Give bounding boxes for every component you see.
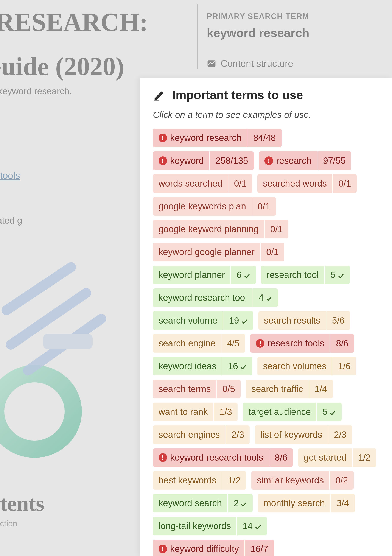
- check-icon: [338, 272, 344, 278]
- term-chip-count: 3/4: [331, 494, 354, 512]
- term-chip-count: 16/7: [245, 540, 274, 556]
- term-chip[interactable]: keyword google planner0/1: [153, 243, 284, 261]
- term-chip-label: keyword ideas: [153, 357, 222, 376]
- term-chip[interactable]: !keyword258/135: [153, 151, 254, 170]
- term-chip-label: want to rank: [153, 403, 214, 421]
- alert-icon: !: [159, 134, 167, 142]
- term-chip[interactable]: want to rank1/3: [153, 403, 238, 421]
- term-chip[interactable]: !keyword research84/48: [153, 129, 282, 147]
- term-chip-label: monthly search: [258, 494, 331, 512]
- important-terms-panel: Important terms to use Click on a term t…: [140, 77, 392, 556]
- term-chip-list: !keyword research84/48!keyword258/135!re…: [153, 129, 383, 556]
- term-chip[interactable]: searched words0/1: [257, 174, 357, 193]
- check-icon: [266, 294, 272, 301]
- term-chip[interactable]: research tool5: [261, 266, 350, 284]
- term-chip-label: keyword research tool: [153, 288, 253, 307]
- page-title-line2: e Guide (2020): [0, 52, 124, 81]
- term-chip[interactable]: target audience5: [243, 403, 342, 421]
- term-chip[interactable]: long-tail keywords14: [153, 517, 267, 535]
- term-chip-label: google keyword planning: [153, 220, 264, 239]
- term-chip-label: search traffic: [246, 380, 309, 398]
- term-chip-label: !research: [259, 151, 317, 170]
- alert-icon: !: [159, 453, 167, 462]
- term-chip-count: 8/6: [330, 334, 354, 353]
- term-chip-count: 258/135: [209, 151, 254, 170]
- term-chip-count: 6: [231, 266, 256, 284]
- magnifier-illustration: [0, 254, 144, 470]
- term-chip[interactable]: keyword research tool4: [153, 288, 278, 307]
- term-chip[interactable]: google keyword planning0/1: [153, 220, 288, 239]
- term-chip[interactable]: !keyword difficulty16/7: [153, 540, 274, 556]
- term-chip-count: 4: [253, 288, 278, 307]
- term-chip[interactable]: search results5/6: [258, 311, 350, 330]
- term-chip-count: 1/3: [214, 403, 238, 421]
- term-chip-count: 84/48: [247, 129, 281, 147]
- term-chip[interactable]: list of keywords2/3: [255, 425, 352, 444]
- svg-point-0: [0, 374, 73, 449]
- toc-muted: ction: [0, 519, 17, 528]
- term-chip-count: 0/1: [252, 197, 276, 216]
- term-chip-label: keyword google planner: [153, 243, 260, 261]
- term-chip-count: 1/2: [222, 471, 246, 490]
- term-chip[interactable]: search engine4/5: [153, 334, 245, 353]
- panel-title: Important terms to use: [172, 88, 303, 102]
- term-chip[interactable]: words searched0/1: [153, 174, 252, 193]
- content-structure-label: Content structure: [221, 58, 293, 69]
- check-icon: [240, 363, 247, 370]
- term-chip-label: search results: [258, 311, 326, 330]
- term-chip[interactable]: get started1/2: [298, 448, 376, 467]
- chart-icon: [207, 59, 216, 68]
- alert-icon: !: [264, 156, 273, 165]
- term-chip[interactable]: !keyword research tools8/6: [153, 448, 293, 467]
- term-chip[interactable]: !research97/55: [259, 151, 351, 170]
- term-chip[interactable]: google keywords plan0/1: [153, 197, 276, 216]
- check-icon: [244, 272, 250, 278]
- term-chip[interactable]: keyword ideas16: [153, 357, 252, 376]
- term-chip-label: target audience: [243, 403, 316, 421]
- primary-search-term-label: PRIMARY SEARCH TERM: [207, 12, 309, 21]
- term-chip[interactable]: search terms0/5: [153, 380, 241, 398]
- term-chip[interactable]: search traffic1/4: [246, 380, 333, 398]
- term-chip[interactable]: keyword planner6: [153, 266, 256, 284]
- term-chip[interactable]: monthly search3/4: [258, 494, 354, 512]
- term-chip[interactable]: similar keywords0/2: [251, 471, 354, 490]
- term-chip[interactable]: search volume19: [153, 311, 253, 330]
- check-icon: [330, 409, 336, 415]
- alert-icon: !: [159, 545, 167, 553]
- term-chip-count: 5: [324, 266, 350, 284]
- svg-rect-1: [43, 334, 93, 349]
- term-chip-count: 19: [223, 311, 253, 330]
- check-icon: [255, 523, 261, 529]
- content-structure-row[interactable]: Content structure: [207, 58, 293, 69]
- term-chip-label: search engine: [153, 334, 221, 353]
- vertical-separator: [197, 4, 198, 69]
- body-text-2: re traffic, you'll love this updated g: [0, 216, 22, 226]
- term-chip-label: search volume: [153, 311, 223, 330]
- term-chip-count: 2: [227, 494, 253, 512]
- alert-icon: !: [159, 156, 167, 165]
- term-chip[interactable]: best keywords1/2: [153, 471, 246, 490]
- primary-search-term-value: keyword research: [207, 26, 309, 40]
- term-chip-count: 1/2: [352, 448, 376, 467]
- term-chip[interactable]: !research tools8/6: [250, 334, 354, 353]
- term-chip-label: search terms: [153, 380, 216, 398]
- term-chip[interactable]: search engines2/3: [153, 425, 250, 444]
- term-chip-label: search volumes: [257, 357, 332, 376]
- check-icon: [241, 500, 247, 506]
- body-text-1: o SEO keyword research.: [0, 86, 72, 97]
- term-chip[interactable]: keyword search2: [153, 494, 253, 512]
- term-chip-label: words searched: [153, 174, 228, 193]
- term-chip-label: research tool: [261, 266, 325, 284]
- term-chip-label: !research tools: [250, 334, 330, 353]
- term-chip-count: 2/3: [328, 425, 352, 444]
- term-chip-count: 4/5: [221, 334, 245, 353]
- term-chip-count: 2/3: [225, 425, 250, 444]
- term-chip-count: 0/1: [228, 174, 252, 193]
- term-chip-label: !keyword: [153, 151, 209, 170]
- term-chip-label: search engines: [153, 425, 225, 444]
- term-chip-label: get started: [298, 448, 352, 467]
- toc-heading: tents: [0, 491, 44, 516]
- term-chip[interactable]: search volumes1/6: [257, 357, 356, 376]
- term-chip-label: keyword planner: [153, 266, 231, 284]
- tools-link[interactable]: tools: [0, 170, 20, 181]
